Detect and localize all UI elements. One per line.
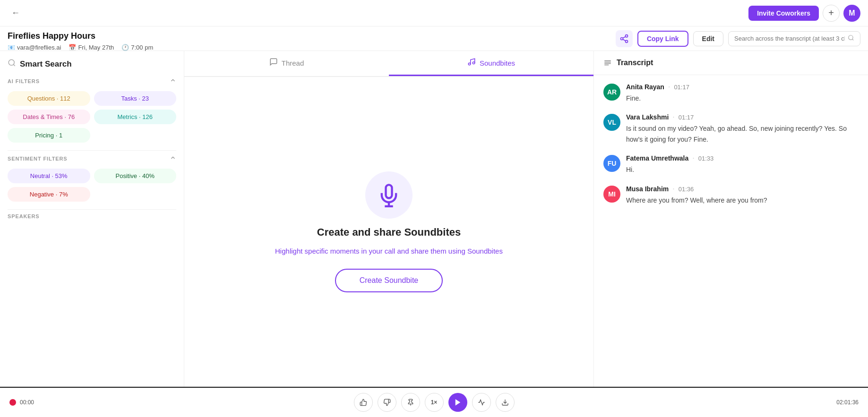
- date-meta: 📅 Fri, May 27th: [69, 44, 114, 51]
- svg-line-3: [623, 39, 626, 41]
- transcript-header: Transcript: [594, 51, 868, 75]
- transcript-search[interactable]: [728, 31, 860, 46]
- filter-metrics[interactable]: Metrics · 126: [94, 110, 177, 124]
- avatar: VL: [603, 114, 620, 131]
- transcript-icon: [603, 59, 612, 67]
- speaker-name: Vara Lakshmi: [626, 113, 669, 121]
- calendar-icon: 📅: [69, 44, 76, 51]
- speech-text: Hi.: [626, 164, 859, 175]
- search-icon: [8, 59, 16, 69]
- edit-button[interactable]: Edit: [693, 31, 723, 46]
- top-nav: ← Invite Coworkers + M: [0, 0, 868, 26]
- svg-line-8: [13, 64, 15, 66]
- svg-line-4: [623, 36, 626, 38]
- tab-thread[interactable]: Thread: [184, 51, 389, 76]
- speech-text: Fine.: [626, 93, 859, 103]
- main-area: Smart Search AI FILTERS Questions · 112 …: [0, 51, 868, 387]
- bottom-player: 00:00 1× 02:01:36: [0, 387, 868, 417]
- like-button[interactable]: [354, 393, 373, 412]
- table-row: AR Anita Rayan · 01:17 Fine.: [603, 83, 859, 103]
- filter-questions[interactable]: Questions · 112: [8, 91, 90, 106]
- svg-marker-18: [455, 399, 460, 406]
- avatar: AR: [603, 84, 620, 101]
- time-meta: 🕐 7:00 pm: [121, 44, 153, 51]
- avatar: FU: [603, 155, 620, 172]
- email-icon: 📧: [8, 44, 15, 51]
- entry-content: Musa Ibrahim · 01:36 Where are you from?…: [626, 185, 859, 205]
- copy-link-button[interactable]: Copy Link: [637, 31, 688, 47]
- table-row: MI Musa Ibrahim · 01:36 Where are you fr…: [603, 185, 859, 205]
- pin-button[interactable]: [401, 393, 420, 412]
- search-icon: [848, 34, 854, 43]
- time-total: 02:01:36: [836, 399, 859, 406]
- speech-text: Where are you from? Well, where are you …: [626, 195, 859, 205]
- left-sidebar: Smart Search AI FILTERS Questions · 112 …: [0, 51, 184, 387]
- entry-content: Anita Rayan · 01:17 Fine.: [626, 83, 859, 103]
- invite-coworkers-button[interactable]: Invite Coworkers: [748, 6, 819, 21]
- speaker-name: Musa Ibrahim: [626, 185, 669, 193]
- speech-text: Is it sound on my video? Yeah, go ahead.…: [626, 123, 859, 145]
- download-button[interactable]: [496, 393, 515, 412]
- right-panel: Transcript AR Anita Rayan · 01:17 Fine. …: [594, 51, 868, 387]
- svg-point-5: [849, 35, 853, 39]
- speaker-time: 01:33: [698, 155, 714, 162]
- collapse-icon[interactable]: [170, 77, 176, 85]
- organizer-value: vara@fireflies.ai: [17, 44, 61, 51]
- filter-tasks[interactable]: Tasks · 23: [94, 91, 177, 106]
- sub-header: Fireflies Happy Hours 📧 vara@fireflies.a…: [0, 26, 868, 51]
- waveform-button[interactable]: [472, 393, 491, 412]
- player-controls: 1×: [354, 393, 515, 412]
- create-soundbite-button[interactable]: Create Soundbite: [335, 269, 443, 292]
- dislike-button[interactable]: [378, 393, 396, 412]
- progress-dot: [9, 399, 16, 406]
- time-value: 7:00 pm: [131, 44, 153, 51]
- svg-line-6: [852, 39, 854, 40]
- clock-icon: 🕐: [121, 44, 129, 51]
- speaker-time: 01:17: [674, 84, 689, 91]
- ai-filters-section-header: AI FILTERS: [8, 77, 176, 85]
- sentiment-filters-title: SENTIMENT FILTERS: [8, 156, 68, 162]
- search-input[interactable]: [734, 35, 845, 42]
- speaker-time: 01:36: [679, 186, 694, 193]
- speed-button[interactable]: 1×: [425, 393, 444, 412]
- entry-content: Vara Lakshmi · 01:17 Is it sound on my v…: [626, 113, 859, 145]
- filter-pricing[interactable]: Pricing · 1: [8, 128, 90, 143]
- tab-soundbites-label: Soundbites: [480, 59, 515, 67]
- ai-filters-grid: Questions · 112 Tasks · 23 Dates & Times…: [8, 91, 176, 143]
- time-current: 00:00: [20, 399, 34, 406]
- date-value: Fri, May 27th: [78, 44, 114, 51]
- add-button[interactable]: +: [823, 5, 840, 22]
- filter-dates-times[interactable]: Dates & Times · 76: [8, 110, 90, 124]
- tab-soundbites[interactable]: Soundbites: [389, 51, 593, 76]
- svg-point-10: [473, 62, 475, 64]
- avatar: MI: [603, 186, 620, 203]
- soundbites-sub: Highlight specific moments in your call …: [275, 246, 503, 257]
- filter-positive[interactable]: Positive · 40%: [94, 169, 177, 183]
- speaker-time: 01:17: [679, 114, 694, 121]
- smart-search-label: Smart Search: [20, 60, 72, 69]
- play-button[interactable]: [448, 393, 467, 412]
- organizer-meta: 📧 vara@fireflies.ai: [8, 44, 61, 51]
- speaker-name: Fatema Umrethwala: [626, 154, 688, 162]
- speakers-title: SPEAKERS: [8, 213, 176, 219]
- filter-neutral[interactable]: Neutral · 53%: [8, 169, 90, 183]
- share-button[interactable]: [616, 30, 633, 47]
- svg-point-1: [620, 37, 623, 40]
- soundbites-title: Create and share Soundbites: [317, 226, 461, 238]
- entry-content: Fatema Umrethwala · 01:33 Hi.: [626, 154, 859, 175]
- meeting-title: Fireflies Happy Hours: [8, 31, 153, 41]
- collapse-icon[interactable]: [170, 154, 176, 163]
- speaker-name: Anita Rayan: [626, 83, 664, 91]
- sentiment-filters-grid: Neutral · 53% Positive · 40% Negative · …: [8, 169, 176, 202]
- avatar[interactable]: M: [843, 5, 860, 22]
- back-button[interactable]: ←: [8, 6, 24, 20]
- smart-search-header: Smart Search: [8, 59, 176, 69]
- filter-negative[interactable]: Negative · 7%: [8, 187, 90, 202]
- center-panel: Thread Soundbites Create and share Sound…: [184, 51, 594, 387]
- tab-thread-label: Thread: [282, 59, 304, 67]
- table-row: FU Fatema Umrethwala · 01:33 Hi.: [603, 154, 859, 175]
- ai-filters-title: AI FILTERS: [8, 78, 40, 84]
- svg-point-2: [625, 40, 627, 43]
- sentiment-filters-section-header: SENTIMENT FILTERS: [8, 154, 176, 163]
- svg-point-0: [625, 34, 627, 37]
